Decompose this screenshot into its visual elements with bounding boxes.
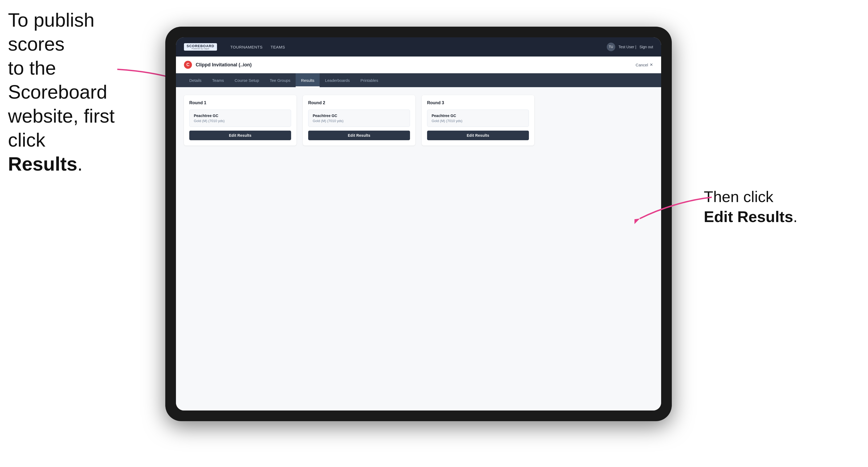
tab-tee-groups[interactable]: Tee Groups [265, 73, 296, 87]
instruction-right: Then click Edit Results. [704, 187, 816, 227]
user-avatar: TU [607, 43, 615, 51]
instruction-line3: website, first [8, 105, 115, 127]
round-2-title: Round 2 [308, 100, 410, 105]
nav-links: TOURNAMENTS TEAMS [230, 43, 607, 51]
tab-leaderboards[interactable]: Leaderboards [320, 73, 355, 87]
instruction-results-bold: Results [8, 153, 77, 175]
instruction-line2: to the Scoreboard [8, 57, 107, 103]
main-content: Round 1 Peachtree GC Gold (M) (7010 yds)… [176, 87, 661, 410]
tab-tee-groups-label: Tee Groups [270, 78, 290, 83]
tab-printables-label: Printables [361, 78, 378, 83]
logo-area: SCOREBOARD Powered by clippd [184, 43, 217, 51]
round-3-title: Round 3 [427, 100, 529, 105]
instruction-right-bold: Edit Results [704, 208, 793, 225]
nav-user-text: Test User | [618, 45, 636, 49]
round-3-course-name: Peachtree GC [432, 114, 524, 118]
signout-link[interactable]: Sign out [640, 45, 653, 49]
tab-teams-label: Teams [212, 78, 224, 83]
instruction-right-suffix: . [793, 208, 797, 225]
round-1-course-card: Peachtree GC Gold (M) (7010 yds) [189, 110, 291, 127]
round-2-course-card: Peachtree GC Gold (M) (7010 yds) [308, 110, 410, 127]
tab-results[interactable]: Results [296, 73, 320, 87]
round-3-edit-results-button[interactable]: Edit Results [427, 131, 529, 140]
instruction-line4-suffix: . [77, 153, 83, 175]
nav-tournaments[interactable]: TOURNAMENTS [230, 43, 262, 51]
round-2-edit-results-button[interactable]: Edit Results [308, 131, 410, 140]
round-1-title: Round 1 [189, 100, 291, 105]
logo-box: SCOREBOARD Powered by clippd [184, 43, 217, 51]
tournament-title-area: C Clippd Invitational (..ion) [184, 61, 252, 69]
cancel-label: Cancel [636, 63, 648, 67]
tab-details[interactable]: Details [184, 73, 207, 87]
instruction-right-line1: Then click [704, 188, 773, 205]
round-2-course-details: Gold (M) (7010 yds) [313, 119, 405, 123]
tab-results-label: Results [301, 78, 314, 83]
cancel-button[interactable]: Cancel ✕ [636, 62, 653, 67]
instruction-left: To publish scores to the Scoreboard webs… [8, 8, 120, 176]
round-3-card: Round 3 Peachtree GC Gold (M) (7010 yds)… [422, 95, 534, 146]
tab-printables[interactable]: Printables [355, 73, 383, 87]
tab-details-label: Details [189, 78, 202, 83]
round-3-course-details: Gold (M) (7010 yds) [432, 119, 524, 123]
rounds-grid: Round 1 Peachtree GC Gold (M) (7010 yds)… [184, 95, 653, 146]
tournament-icon: C [184, 61, 192, 69]
app-navbar: SCOREBOARD Powered by clippd TOURNAMENTS… [176, 37, 661, 57]
nav-right: TU Test User | Sign out [607, 43, 653, 51]
round-3-course-card: Peachtree GC Gold (M) (7010 yds) [427, 110, 529, 127]
close-icon: ✕ [650, 62, 653, 67]
tab-navigation: Details Teams Course Setup Tee Groups Re… [176, 73, 661, 87]
round-1-edit-results-button[interactable]: Edit Results [189, 131, 291, 140]
instruction-line4-prefix: click [8, 129, 45, 151]
logo-subtext: Powered by clippd [192, 48, 209, 50]
tab-course-setup[interactable]: Course Setup [229, 73, 265, 87]
logo-text: SCOREBOARD [187, 44, 214, 48]
tab-teams[interactable]: Teams [207, 73, 229, 87]
round-1-course-name: Peachtree GC [194, 114, 286, 118]
tab-leaderboards-label: Leaderboards [325, 78, 350, 83]
nav-teams[interactable]: TEAMS [271, 43, 285, 51]
tournament-header: C Clippd Invitational (..ion) Cancel ✕ [176, 57, 661, 73]
round-1-course-details: Gold (M) (7010 yds) [194, 119, 286, 123]
tab-course-setup-label: Course Setup [235, 78, 259, 83]
round-2-card: Round 2 Peachtree GC Gold (M) (7010 yds)… [303, 95, 415, 146]
instruction-line1: To publish scores [8, 9, 94, 55]
round-1-card: Round 1 Peachtree GC Gold (M) (7010 yds)… [184, 95, 297, 146]
tablet-device: SCOREBOARD Powered by clippd TOURNAMENTS… [165, 27, 672, 421]
round-2-course-name: Peachtree GC [313, 114, 405, 118]
tournament-title: Clippd Invitational (..ion) [196, 62, 252, 68]
empty-column [540, 95, 653, 146]
tablet-screen: SCOREBOARD Powered by clippd TOURNAMENTS… [176, 37, 661, 410]
